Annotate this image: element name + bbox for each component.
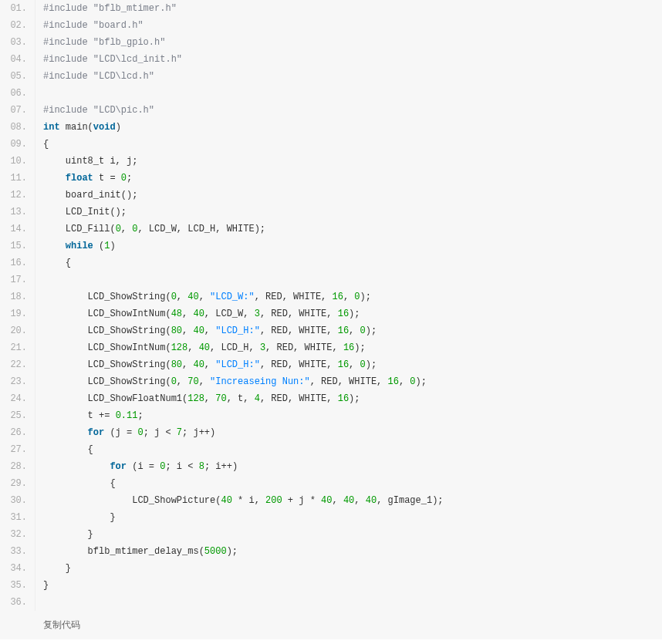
line-number: 09. — [0, 136, 35, 153]
line-number: 13. — [0, 204, 35, 221]
code-line: 31. } — [0, 509, 662, 526]
line-content: board_init(); — [35, 187, 137, 204]
code-line: 24. LCD_ShowFloatNum1(128, 70, t, 4, RED… — [0, 390, 662, 407]
line-number: 35. — [0, 577, 35, 594]
line-content: for (j = 0; j < 7; j++) — [35, 424, 215, 441]
code-line: 35.} — [0, 577, 662, 594]
line-content: LCD_ShowPicture(40 * i, 200 + j * 40, 40… — [35, 492, 444, 509]
code-line: 16. { — [0, 255, 662, 271]
line-content: #include "board.h" — [35, 17, 144, 34]
code-line: 18. LCD_ShowString(0, 40, "LCD_W:", RED,… — [0, 288, 662, 305]
code-line: 36. — [0, 594, 662, 611]
line-content: LCD_ShowString(0, 70, "Increaseing Nun:"… — [35, 373, 427, 390]
line-content: LCD_ShowString(80, 40, "LCD_H:", RED, WH… — [35, 322, 377, 339]
line-number: 21. — [0, 339, 35, 356]
code-line: 30. LCD_ShowPicture(40 * i, 200 + j * 40… — [0, 492, 662, 509]
line-content: while (1) — [35, 238, 116, 255]
code-line: 25. t += 0.11; — [0, 407, 662, 424]
line-number: 25. — [0, 407, 35, 424]
line-content: #include "LCD\lcd.h" — [35, 68, 154, 85]
line-content: } — [35, 526, 93, 543]
code-line: 05.#include "LCD\lcd.h" — [0, 68, 662, 85]
code-line: 20. LCD_ShowString(80, 40, "LCD_H:", RED… — [0, 322, 662, 339]
line-number: 26. — [0, 424, 35, 441]
line-content: LCD_ShowIntNum(128, 40, LCD_H, 3, RED, W… — [35, 339, 366, 356]
code-line: 32. } — [0, 526, 662, 543]
line-number: 14. — [0, 221, 35, 238]
line-number: 15. — [0, 238, 35, 255]
line-number: 24. — [0, 390, 35, 407]
line-content: #include "LCD\lcd_init.h" — [35, 51, 182, 68]
code-line: 03.#include "bflb_gpio.h" — [0, 34, 662, 51]
line-number: 34. — [0, 560, 35, 577]
code-line: 11. float t = 0; — [0, 170, 662, 187]
code-line: 07.#include "LCD\pic.h" — [0, 102, 662, 119]
line-number: 10. — [0, 153, 35, 170]
line-content: uint8_t i, j; — [35, 153, 137, 170]
line-number: 08. — [0, 119, 35, 136]
code-line: 26. for (j = 0; j < 7; j++) — [0, 424, 662, 441]
line-content: #include "LCD\pic.h" — [35, 102, 154, 119]
copy-code-link[interactable]: 复制代码 — [0, 611, 662, 639]
line-number: 28. — [0, 458, 35, 475]
line-content: #include "bflb_gpio.h" — [35, 34, 165, 51]
line-number: 29. — [0, 475, 35, 492]
line-content: { — [35, 255, 71, 271]
code-line: 34. } — [0, 560, 662, 577]
line-content: LCD_ShowString(0, 40, "LCD_W:", RED, WHI… — [35, 288, 371, 305]
code-line: 09.{ — [0, 136, 662, 153]
line-content: #include "bflb_mtimer.h" — [35, 0, 177, 17]
line-number: 02. — [0, 17, 35, 34]
line-number: 16. — [0, 255, 35, 271]
line-number: 19. — [0, 305, 35, 322]
line-content: } — [35, 577, 49, 594]
line-number: 27. — [0, 441, 35, 458]
line-number: 17. — [0, 271, 35, 288]
line-number: 18. — [0, 288, 35, 305]
code-line: 27. { — [0, 441, 662, 458]
line-content: for (i = 0; i < 8; i++) — [35, 458, 238, 475]
line-number: 06. — [0, 85, 35, 102]
line-content: int main(void) — [35, 119, 121, 136]
line-content: LCD_ShowFloatNum1(128, 70, t, 4, RED, WH… — [35, 390, 360, 407]
code-line: 33. bflb_mtimer_delay_ms(5000); — [0, 543, 662, 560]
line-content: { — [35, 475, 116, 492]
code-line: 12. board_init(); — [0, 187, 662, 204]
line-content: LCD_ShowString(80, 40, "LCD_H:", RED, WH… — [35, 356, 377, 373]
line-number: 36. — [0, 594, 35, 611]
line-number: 23. — [0, 373, 35, 390]
code-line: 29. { — [0, 475, 662, 492]
line-number: 01. — [0, 0, 35, 17]
code-line: 14. LCD_Fill(0, 0, LCD_W, LCD_H, WHITE); — [0, 221, 662, 238]
line-content: } — [35, 509, 116, 526]
code-line: 04.#include "LCD\lcd_init.h" — [0, 51, 662, 68]
code-block: 01.#include "bflb_mtimer.h"02.#include "… — [0, 0, 662, 611]
code-line: 28. for (i = 0; i < 8; i++) — [0, 458, 662, 475]
code-line: 08.int main(void) — [0, 119, 662, 136]
line-content: LCD_Fill(0, 0, LCD_W, LCD_H, WHITE); — [35, 221, 265, 238]
code-line: 15. while (1) — [0, 238, 662, 255]
code-lines: 01.#include "bflb_mtimer.h"02.#include "… — [0, 0, 662, 611]
code-line: 22. LCD_ShowString(80, 40, "LCD_H:", RED… — [0, 356, 662, 373]
line-number: 12. — [0, 187, 35, 204]
line-number: 31. — [0, 509, 35, 526]
line-content: t += 0.11; — [35, 407, 144, 424]
line-number: 03. — [0, 34, 35, 51]
code-line: 06. — [0, 85, 662, 102]
code-line: 01.#include "bflb_mtimer.h" — [0, 0, 662, 17]
code-line: 02.#include "board.h" — [0, 17, 662, 34]
line-content: { — [35, 441, 93, 458]
line-number: 22. — [0, 356, 35, 373]
code-container: 01.#include "bflb_mtimer.h"02.#include "… — [0, 0, 662, 639]
line-number: 04. — [0, 51, 35, 68]
line-content: } — [35, 560, 71, 577]
line-content: float t = 0; — [35, 170, 132, 187]
line-content: { — [35, 136, 49, 153]
line-number: 33. — [0, 543, 35, 560]
line-number: 20. — [0, 322, 35, 339]
code-line: 23. LCD_ShowString(0, 70, "Increaseing N… — [0, 373, 662, 390]
code-line: 19. LCD_ShowIntNum(48, 40, LCD_W, 3, RED… — [0, 305, 662, 322]
line-content: bflb_mtimer_delay_ms(5000); — [35, 543, 238, 560]
line-number: 05. — [0, 68, 35, 85]
line-number: 32. — [0, 526, 35, 543]
